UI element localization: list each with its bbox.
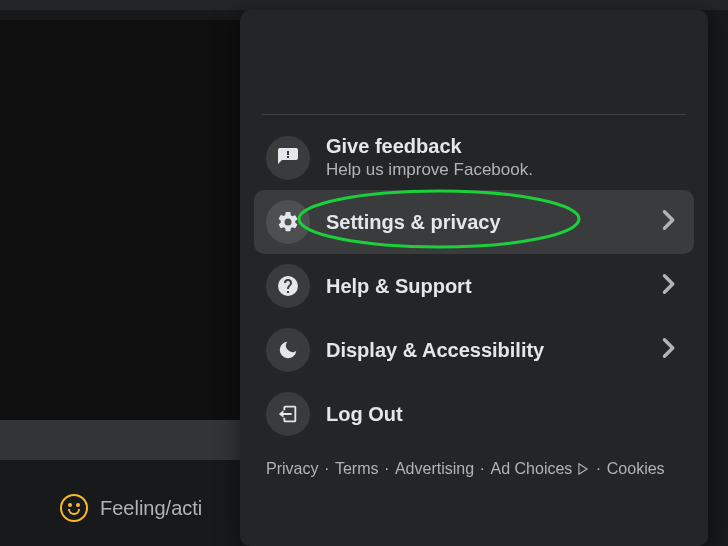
- feedback-subtitle: Help us improve Facebook.: [326, 160, 682, 180]
- feedback-icon: [266, 136, 310, 180]
- topbar: [0, 0, 728, 10]
- menu-item-logout[interactable]: Log Out: [254, 382, 694, 446]
- help-title: Help & Support: [326, 275, 638, 298]
- footer-adchoices[interactable]: Ad Choices: [491, 456, 573, 482]
- menu-item-settings[interactable]: Settings & privacy: [254, 190, 694, 254]
- footer-links: Privacy· Terms· Advertising· Ad Choices …: [254, 456, 694, 482]
- background-strip: [0, 420, 240, 460]
- divider: [262, 114, 686, 115]
- adchoices-icon: [576, 462, 590, 476]
- logout-title: Log Out: [326, 403, 682, 426]
- help-icon: [266, 264, 310, 308]
- menu-item-feedback[interactable]: Give feedback Help us improve Facebook.: [254, 125, 694, 190]
- logout-icon: [266, 392, 310, 436]
- footer-privacy[interactable]: Privacy: [266, 456, 318, 482]
- settings-title: Settings & privacy: [326, 211, 638, 234]
- display-title: Display & Accessibility: [326, 339, 638, 362]
- feeling-label: Feeling/acti: [100, 497, 202, 520]
- footer-terms[interactable]: Terms: [335, 456, 379, 482]
- menu-item-help[interactable]: Help & Support: [254, 254, 694, 318]
- footer-cookies[interactable]: Cookies: [607, 456, 665, 482]
- moon-icon: [266, 328, 310, 372]
- menu-item-display[interactable]: Display & Accessibility: [254, 318, 694, 382]
- gear-icon: [266, 200, 310, 244]
- footer-advertising[interactable]: Advertising: [395, 456, 474, 482]
- chevron-right-icon: [654, 334, 682, 366]
- smile-icon: [60, 494, 88, 522]
- chevron-right-icon: [654, 206, 682, 238]
- chevron-right-icon: [654, 270, 682, 302]
- background-panel: [0, 20, 240, 420]
- feedback-title: Give feedback: [326, 135, 682, 158]
- feeling-activity-button[interactable]: Feeling/acti: [0, 478, 240, 538]
- account-menu: Give feedback Help us improve Facebook. …: [240, 10, 708, 546]
